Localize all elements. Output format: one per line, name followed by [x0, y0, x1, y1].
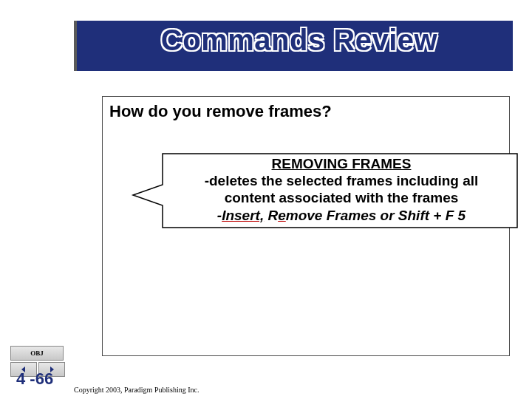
callout-line2: content associated with the frames	[225, 190, 459, 205]
question-text: How do you remove frames?	[109, 102, 332, 121]
slide-title: Commands Review	[89, 24, 510, 57]
copyright-text: Copyright 2003, Paradigm Publishing Inc.	[74, 386, 199, 394]
obj-button[interactable]: OBJ	[10, 346, 64, 361]
slide: Commands Review How do you remove frames…	[0, 0, 532, 399]
callout-content: REMOVING FRAMES -deletes the selected fr…	[163, 155, 520, 224]
callout-heading: REMOVING FRAMES	[272, 156, 412, 171]
page-number: 4 -66	[16, 369, 53, 389]
callout-line3: -Insert, Remove Frames or Shift + F 5	[217, 208, 466, 223]
callout-line1: -deletes the selected frames including a…	[205, 173, 479, 188]
